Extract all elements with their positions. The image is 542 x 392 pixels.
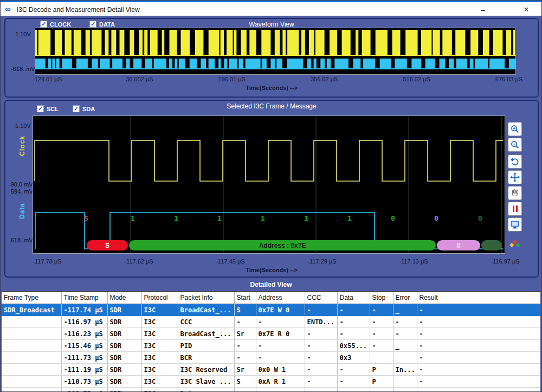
column-header[interactable]: Result (417, 292, 540, 304)
table-row[interactable]: -110.73 μSSDRI3CI3C Slave ...S0xA R 1--P… (2, 376, 540, 388)
snapshot-button[interactable] (508, 217, 522, 232)
column-header[interactable]: Protocol (141, 292, 178, 304)
pan-button[interactable] (508, 186, 522, 200)
table-cell: -116.23 μS (61, 328, 107, 340)
detailed-view-title: Detailed View (1, 281, 541, 288)
close-button[interactable]: × (515, 3, 537, 16)
pan-hand-icon (510, 188, 520, 198)
move-button[interactable] (508, 170, 522, 184)
i3c-decode-window: { "window": { "title": "I3C Decode and M… (0, 0, 542, 392)
column-header[interactable]: Stop (370, 292, 393, 304)
table-cell: - (417, 352, 540, 364)
table-cell: - (337, 328, 370, 340)
table-cell: _ (393, 304, 417, 316)
table-cell: - (417, 376, 540, 388)
checkbox-checked-icon[interactable]: ✓ (37, 105, 44, 112)
table-cell: - (305, 364, 337, 376)
table-cell: -116.97 μS (61, 316, 107, 328)
table-cell: - (393, 328, 417, 340)
column-header[interactable]: Data (337, 292, 370, 304)
table-cell: - (234, 388, 256, 392)
data-y-max-label: 594. mV (11, 188, 33, 195)
table-row[interactable]: -115.46 μSSDRI3CPID---0x55...-_- (2, 340, 540, 352)
zoom-out-icon (510, 140, 520, 150)
table-cell: - (370, 304, 393, 316)
pause-icon (513, 205, 518, 212)
data-checkbox[interactable]: ✓ DATA (89, 21, 115, 28)
table-cell: - (305, 328, 337, 340)
table-cell: - (337, 364, 370, 376)
waveform-plot[interactable] (35, 28, 516, 75)
table-cell: I3C (141, 364, 178, 376)
data-axis-label: Data (18, 203, 26, 219)
zoom-out-button[interactable] (508, 138, 522, 152)
frame-view-panel: Selected I3C Frame / Message ✓ SCL ✓ SDA… (4, 100, 539, 278)
minimize-button[interactable]: – (472, 3, 494, 16)
table-cell (2, 388, 61, 392)
table-cell (2, 340, 61, 352)
table-row[interactable]: -116.23 μSSDRI3CBroadCast_...Sr0x7E R 0-… (2, 328, 540, 340)
sda-checkbox[interactable]: ✓ SDA (73, 105, 95, 112)
x-tick-label: -117.29 μS (307, 258, 336, 265)
table-cell: -111.73 μS (61, 352, 107, 364)
table-row[interactable]: -109.73 μSSDRI3CData------- (2, 388, 540, 392)
table-row[interactable]: -116.97 μSSDRI3CCCC--ENTD...---- (2, 316, 540, 328)
table-cell: BroadCast_... (178, 328, 234, 340)
frame-x-axis-title: Time(Seconds) --> (5, 267, 538, 273)
checkbox-checked-icon[interactable]: ✓ (73, 105, 80, 112)
table-cell: _ (393, 340, 417, 352)
pause-button[interactable] (508, 202, 522, 216)
zoom-in-button[interactable] (508, 122, 522, 136)
column-header[interactable]: Start (234, 292, 256, 304)
table-cell: 0x7E W 0 (256, 304, 305, 316)
x-tick-label: 196.01 μS (218, 76, 246, 82)
undo-icon (510, 157, 520, 166)
x-tick-label: -117.62 μS (124, 258, 153, 265)
table-cell: - (305, 352, 337, 364)
column-header[interactable]: Time Stamp (61, 292, 107, 304)
table-cell: 0x7E R 0 (256, 328, 305, 340)
table-cell: SDR (107, 352, 141, 364)
column-header[interactable]: CCC (305, 292, 337, 304)
column-header[interactable]: Packet Info (178, 292, 234, 304)
waveform-view-panel: Waveform View ✓ CLOCK ✓ DATA 1.10V -618.… (4, 18, 539, 98)
detailed-view-table-container[interactable]: Frame TypeTime StampModeProtocolPacket I… (2, 291, 540, 391)
column-header[interactable]: Frame Type (2, 292, 61, 304)
table-cell: S (234, 304, 256, 316)
palette-button[interactable] (508, 239, 521, 252)
table-cell: Sr (234, 364, 256, 376)
frame-plot[interactable] (33, 115, 505, 254)
clock-checkbox[interactable]: ✓ CLOCK (40, 21, 71, 28)
table-cell (2, 376, 61, 388)
scl-checkbox[interactable]: ✓ SCL (37, 105, 59, 112)
table-cell: -115.46 μS (61, 340, 107, 352)
window-title: I3C Decode and Measurement Detail View (17, 6, 140, 14)
table-row[interactable]: -111.73 μSSDRI3CBCR---0x3- (2, 352, 540, 364)
column-header[interactable]: Error (393, 292, 417, 304)
table-cell: - (337, 316, 370, 328)
zoom-in-icon (510, 124, 520, 134)
sda-checkbox-label: SDA (82, 106, 95, 112)
column-header[interactable]: Mode (107, 292, 141, 304)
table-cell: SDR (107, 340, 141, 352)
table-cell: -117.74 μS (61, 304, 107, 316)
table-cell: 0xA R 1 (256, 376, 305, 388)
table-cell: I3C (141, 316, 178, 328)
x-tick-label: 36.002 μS (126, 76, 153, 82)
checkbox-checked-icon[interactable]: ✓ (89, 21, 96, 28)
table-cell: I3C (141, 328, 178, 340)
table-cell: SDR (107, 304, 141, 316)
table-cell: - (417, 340, 540, 352)
decode-table: Frame TypeTime StampModeProtocolPacket I… (2, 292, 540, 391)
checkbox-checked-icon[interactable]: ✓ (40, 21, 47, 28)
table-cell: BCR (178, 352, 234, 364)
undo-button[interactable] (508, 155, 522, 169)
x-tick-label: -124.01 μS (33, 76, 62, 82)
move-icon (510, 172, 520, 182)
table-cell: SDR (107, 388, 141, 392)
table-cell: In... (393, 364, 417, 376)
clock-y-max-label: 1.10V (15, 123, 31, 129)
table-row[interactable]: -111.19 μSSDRI3CI3C ReservedSr0x0 W 1--P… (2, 364, 540, 376)
column-header[interactable]: Address (256, 292, 305, 304)
table-row[interactable]: SDR_Broadcast-117.74 μSSDRI3CBroadCast_.… (2, 304, 540, 316)
